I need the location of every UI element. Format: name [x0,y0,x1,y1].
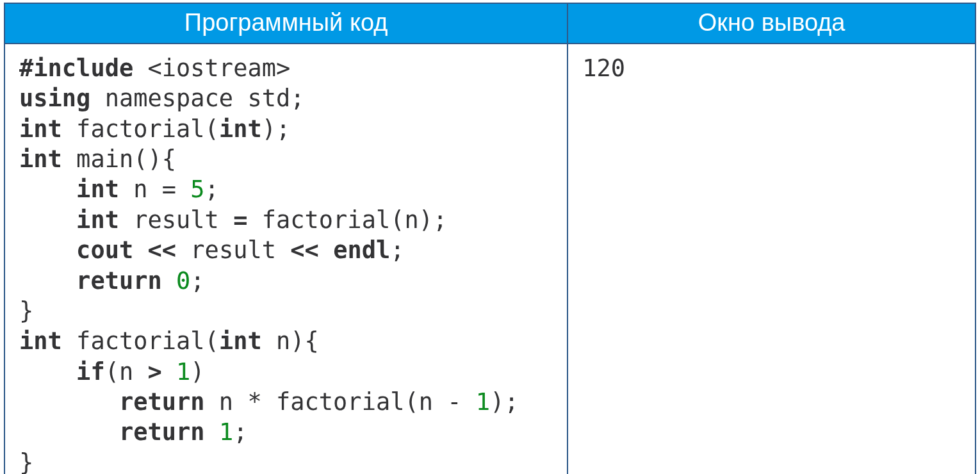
output-cell: 120 [568,44,976,474]
header-code: Программный код [4,3,568,44]
header-output: Окно вывода [568,3,976,44]
code-cell: #include <iostream> using namespace std;… [4,44,568,474]
output-text: 120 [582,53,961,83]
slide-frame: Программный код Окно вывода #include <io… [0,0,980,474]
two-column-table: Программный код Окно вывода #include <io… [4,3,976,474]
code-block: #include <iostream> using namespace std;… [19,53,553,474]
